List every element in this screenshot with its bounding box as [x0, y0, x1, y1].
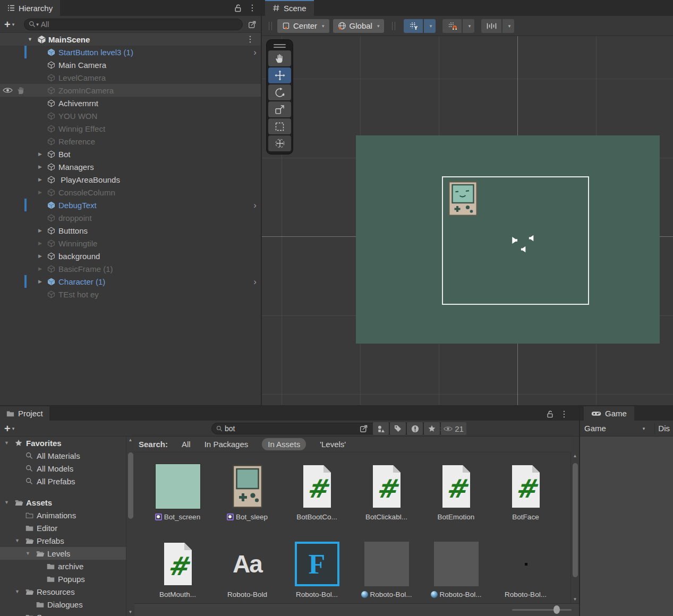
prefab-open-chevron[interactable]: › [253, 277, 257, 286]
expand-arrow-icon[interactable]: ▶ [38, 164, 47, 169]
asset-tile-roboto-bold-font[interactable]: Aa Roboto-Bold [212, 542, 282, 599]
import-log-button[interactable] [407, 422, 423, 435]
collapse-arrow-icon[interactable]: ▼ [15, 589, 25, 594]
hierarchy-item-zoomincamera[interactable]: ZoomInCamera [0, 84, 261, 97]
scope-in-assets[interactable]: In Assets [262, 438, 306, 450]
search-filter-caret-icon[interactable]: ▾ [36, 22, 39, 27]
snap-increment-options[interactable]: ▾ [502, 19, 514, 33]
tool-handle-position-dropdown[interactable]: Center ▾ [277, 19, 329, 33]
tab-hierarchy[interactable]: Hierarchy [0, 0, 60, 16]
prefab-open-chevron[interactable]: › [253, 48, 257, 57]
tab-game[interactable]: Game [584, 406, 634, 421]
hierarchy-add-caret-icon[interactable]: ▾ [12, 22, 15, 27]
hierarchy-scene-row[interactable]: ▼ MainScene ⋮ [0, 33, 261, 46]
project-add-caret-icon[interactable]: ▾ [12, 426, 15, 431]
audio-source-gizmo-icon[interactable] [521, 246, 527, 253]
overlay-drag-handle[interactable] [268, 42, 291, 49]
rect-tool-button[interactable] [268, 118, 291, 134]
hierarchy-item-startbutton[interactable]: StartButton level3 (1) › [0, 46, 261, 58]
asset-grid-scrollbar[interactable]: ▲ ▼ [570, 452, 579, 603]
hierarchy-item-debugtext[interactable]: DebugText › [0, 199, 261, 211]
snap-increment-toggle[interactable] [481, 19, 501, 33]
scroll-up-icon[interactable]: ▲ [126, 437, 134, 444]
thumbnail-zoom-slider[interactable] [512, 609, 572, 611]
prefab-open-chevron[interactable]: › [253, 201, 257, 210]
expand-arrow-icon[interactable]: ▶ [38, 151, 47, 157]
expand-arrow-icon[interactable]: ▶ [38, 253, 47, 259]
asset-tile-roboto-bold-3[interactable]: Roboto-Bol... [491, 542, 560, 599]
display-dropdown-partial[interactable]: Dis [655, 424, 673, 433]
game-viewport[interactable] [580, 437, 673, 616]
grid-snapping-options[interactable]: ▾ [463, 19, 474, 33]
hierarchy-item-bot[interactable]: ▶ Bot [0, 148, 261, 160]
rotate-tool-button[interactable] [268, 84, 291, 100]
asset-tile-bot-screen[interactable]: Bot_screen [143, 464, 212, 521]
move-tool-button[interactable] [268, 67, 291, 83]
tab-scene[interactable]: Scene [265, 0, 314, 16]
tree-item-dialogues[interactable]: Dialogues [0, 598, 126, 611]
scope-levels[interactable]: 'Levels' [320, 440, 346, 449]
scope-all[interactable]: All [182, 440, 191, 449]
grid-visibility-options[interactable]: ▾ [424, 19, 436, 33]
scroll-up-icon[interactable]: ▲ [571, 452, 579, 460]
tree-item-all-materials[interactable]: All Materials [0, 449, 126, 462]
tree-item-all-models[interactable]: All Models [0, 462, 126, 475]
hierarchy-item-character[interactable]: ▶ Character (1) › [0, 275, 261, 288]
hierarchy-item-winnig-effect[interactable]: Winnig Effect [0, 122, 261, 135]
collapse-arrow-icon[interactable]: ▼ [4, 500, 15, 505]
tree-item-archive[interactable]: archive [0, 560, 126, 572]
audio-source-gizmo-icon[interactable] [529, 235, 535, 242]
transform-tool-button[interactable] [268, 135, 291, 151]
tool-handle-rotation-dropdown[interactable]: Global ▾ [333, 19, 385, 33]
tab-project[interactable]: Project [0, 406, 49, 421]
grid-visibility-toggle[interactable] [404, 19, 423, 33]
hidden-count-toggle[interactable]: 21 [441, 422, 466, 435]
collapse-arrow-icon[interactable]: ▼ [28, 37, 37, 42]
view-hand-tool-button[interactable] [268, 50, 291, 66]
favorites-filter-button[interactable] [424, 422, 440, 435]
hierarchy-item-butttons[interactable]: ▶ Butttons [0, 224, 261, 237]
hierarchy-item-basicframe[interactable]: ▶ BasicFrame (1) [0, 262, 261, 275]
hierarchy-search-input[interactable] [41, 20, 238, 29]
hierarchy-item-droppoint[interactable]: droppoint [0, 211, 261, 224]
scope-in-packages[interactable]: In Packages [205, 440, 249, 449]
tree-item-popups[interactable]: Popups [0, 572, 126, 585]
hierarchy-item-consolecolumn[interactable]: ▶ ConsoleColumn [0, 186, 261, 199]
toolbar-drag-handle[interactable] [392, 22, 395, 30]
visibility-eye-icon[interactable] [3, 87, 13, 93]
asset-tile-roboto-bold-tmp[interactable]: F Roboto-Bol... [282, 542, 352, 599]
hierarchy-item-test-hot-ey[interactable]: TEst hot ey [0, 288, 261, 301]
open-window-icon[interactable] [248, 20, 257, 29]
hierarchy-item-achivemrnt[interactable]: Achivemrnt [0, 97, 261, 109]
asset-tile-roboto-bold-material-1[interactable]: Roboto-Bol... [352, 542, 421, 599]
scroll-down-icon[interactable]: ▼ [571, 596, 579, 603]
expand-arrow-icon[interactable]: ▶ [38, 190, 47, 195]
tree-item-levels[interactable]: ▼ Levels [0, 547, 126, 560]
tree-item-editor[interactable]: Editor [0, 521, 126, 534]
hierarchy-add-button[interactable]: + [4, 19, 11, 30]
scrollbar-thumb[interactable] [128, 452, 133, 519]
scene-kebab-icon[interactable]: ⋮ [246, 35, 254, 44]
hierarchy-item-levelcamera[interactable]: LevelCamera [0, 71, 261, 84]
toolbar-drag-handle[interactable] [269, 22, 272, 30]
tree-item-assets[interactable]: ▼ Assets [0, 496, 126, 509]
expand-arrow-icon[interactable]: ▶ [38, 241, 47, 246]
expand-arrow-icon[interactable]: ▶ [38, 266, 47, 271]
tree-item-favorites[interactable]: ▼ Favorites [0, 437, 126, 449]
hierarchy-item-reference[interactable]: Reference [0, 135, 261, 148]
lock-icon[interactable] [234, 4, 242, 12]
collapse-arrow-icon[interactable]: ▼ [15, 538, 25, 543]
hierarchy-item-managers[interactable]: ▶ Managers [0, 160, 261, 173]
asset-tile-botface[interactable]: BotFace [491, 464, 560, 521]
tree-item-prefabs[interactable]: ▼ Prefabs [0, 534, 126, 547]
tree-item-scenes[interactable]: Scenes [0, 611, 126, 616]
scrollbar-thumb[interactable] [573, 463, 578, 577]
asset-tile-roboto-bold-material-2[interactable]: Roboto-Bol... [421, 542, 491, 599]
scene-viewport[interactable] [262, 36, 673, 405]
filter-by-type-button[interactable] [373, 422, 389, 435]
expand-arrow-icon[interactable]: ▶ [38, 228, 47, 233]
asset-tile-botclickabl[interactable]: BotClickabl... [352, 464, 421, 521]
audio-source-gizmo-icon[interactable] [510, 236, 518, 244]
hierarchy-item-you-won[interactable]: YOU WON [0, 109, 261, 122]
bot-character-sprite[interactable] [448, 181, 478, 216]
